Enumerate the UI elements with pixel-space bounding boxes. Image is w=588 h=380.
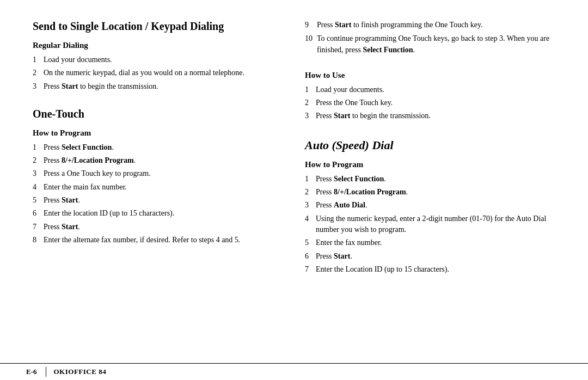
section-title-send: Send to Single Location / Keypad Dialing [33,20,283,33]
list-num: 3 [33,168,44,179]
list-content: Press a One Touch key to program. [44,168,283,179]
section-one-touch: One-Touch How to Program 1 Press Select … [33,107,283,246]
list-content: Press Select Function. [316,174,562,185]
list-num: 3 [305,111,316,121]
list-num: 1 [305,174,316,185]
list-item: 2 Press 8/+/Location Program. [305,187,562,198]
list-item: 7 Press Start. [33,222,283,232]
list-content: Press Auto Dial. [316,200,562,211]
list-item: 1 Press Select Function. [33,142,283,153]
list-item: 2 On the numeric keypad, dial as you wou… [33,68,283,78]
list-item: 8 Enter the alternate fax number, if des… [33,235,283,246]
list-num: 6 [305,251,316,262]
footer-page-number: E-6 [26,367,37,376]
list-content: Press Start. [316,251,562,262]
list-content: Enter the Location ID (up to 15 characte… [316,264,562,275]
list-item: 2 Press the One Touch key. [305,97,562,108]
list-item: 3 Press Start to begin the transmission. [305,111,562,121]
list-item: 1 Load your documents. [305,84,562,95]
list-content: Using the numeric keypad, enter a 2-digi… [316,213,562,236]
regular-dialing-list: 1 Load your documents. 2 On the numeric … [33,54,283,92]
list-content: Enter the fax number. [316,237,562,248]
list-item: 5 Press Start. [33,195,283,206]
list-item: 3 Press a One Touch key to program. [33,168,283,179]
list-item: 6 Press Start. [305,251,562,262]
step-9: 9 Press Start to finish programming the … [305,20,562,30]
one-touch-title: One-Touch [33,107,283,121]
step-num-9: 9 [305,20,317,30]
right-column: 9 Press Start to finish programming the … [305,20,562,352]
step-content-10: To continue programming One Touch keys, … [317,33,562,56]
list-content: Enter the alternate fax number, if desir… [44,235,283,246]
list-content: Press the One Touch key. [316,97,562,108]
step-10: 10 To continue programming One Touch key… [305,33,562,56]
list-num: 7 [33,222,44,232]
list-content: Press Start. [44,222,283,232]
list-num: 5 [33,195,44,206]
list-num: 2 [33,155,44,166]
left-column: Send to Single Location / Keypad Dialing… [33,20,283,352]
list-num: 6 [33,208,44,219]
list-item: 1 Load your documents. [33,54,283,65]
list-item: 3 Press Start to begin the transmission. [33,81,283,92]
section-send-to-single: Send to Single Location / Keypad Dialing… [33,20,283,92]
list-num: 2 [305,97,316,108]
list-content: Press Start to begin the transmission. [316,111,562,121]
list-num: 7 [305,264,316,275]
footer-divider [46,367,46,377]
list-content: Press Select Function. [44,142,283,153]
auto-speed-steps-list: 1 Press Select Function. 2 Press 8/+/Loc… [305,174,562,275]
list-num: 3 [33,81,44,92]
step-content-9: Press Start to finish programming the On… [317,20,562,30]
list-item: 5 Enter the fax number. [305,237,562,248]
list-content: On the numeric keypad, dial as you would… [44,68,283,78]
list-item: 7 Enter the Location ID (up to 15 charac… [305,264,562,275]
list-content: Enter the location ID (up to 15 characte… [44,208,283,219]
list-num: 2 [33,68,44,78]
list-item: 2 Press 8/+/Location Program. [33,155,283,166]
auto-speed-section: Auto (Speed) Dial How to Program 1 Press… [305,138,562,275]
list-num: 1 [33,142,44,153]
list-num: 2 [305,187,316,198]
list-content: Load your documents. [44,54,283,65]
page-footer: E-6 OKIOFFICE 84 [0,363,588,380]
list-content: Press 8/+/Location Program. [44,155,283,166]
list-content: Press Start to begin the transmission. [44,81,283,92]
list-item: 3 Press Auto Dial. [305,200,562,211]
list-num: 1 [33,54,44,65]
regular-dialing-title: Regular Dialing [33,41,283,50]
list-item: 4 Enter the main fax number. [33,182,283,193]
list-content: Press 8/+/Location Program. [316,187,562,198]
how-to-use-list: 1 Load your documents. 2 Press the One T… [305,84,562,122]
list-item: 1 Press Select Function. [305,174,562,185]
list-num: 4 [305,213,316,236]
list-num: 1 [305,84,316,95]
footer-brand: OKIOFFICE 84 [54,367,107,376]
list-content: Press Start. [44,195,283,206]
auto-speed-title: Auto (Speed) Dial [305,138,562,152]
list-item: 6 Enter the location ID (up to 15 charac… [33,208,283,219]
step-num-10: 10 [305,33,317,56]
list-content: Load your documents. [316,84,562,95]
page: Send to Single Location / Keypad Dialing… [0,0,588,380]
list-num: 4 [33,182,44,193]
list-content: Enter the main fax number. [44,182,283,193]
how-to-program-title-ot: How to Program [33,128,283,138]
list-num: 3 [305,200,316,211]
how-to-program-title-asd: How to Program [305,160,562,169]
how-to-use-title: How to Use [305,71,562,80]
list-num: 5 [305,237,316,248]
list-num: 8 [33,235,44,246]
one-touch-steps-list: 1 Press Select Function. 2 Press 8/+/Loc… [33,142,283,246]
content-area: Send to Single Location / Keypad Dialing… [0,0,588,363]
list-item: 4 Using the numeric keypad, enter a 2-di… [305,213,562,236]
how-to-use-section: How to Use 1 Load your documents. 2 Pres… [305,71,562,122]
steps-9-10: 9 Press Start to finish programming the … [305,20,562,56]
